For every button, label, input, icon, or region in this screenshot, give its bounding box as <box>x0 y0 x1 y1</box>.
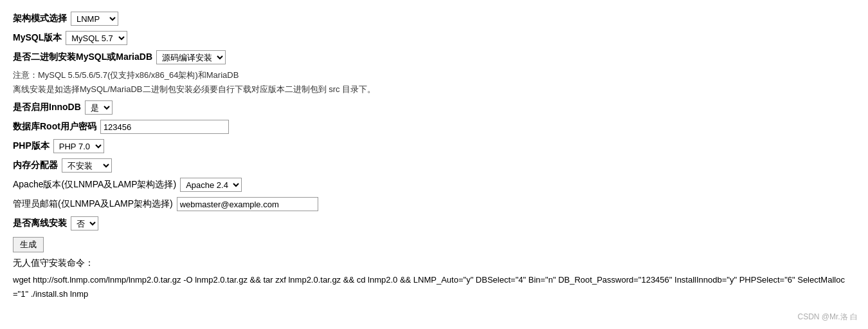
apache-select[interactable]: Apache 2.4 Apache 2.2 <box>180 178 242 192</box>
php-label: PHP版本 <box>13 140 50 152</box>
innodb-select[interactable]: 是 否 <box>85 100 113 115</box>
note2: 离线安装是如选择MySQL/MariaDB二进制包安装必须要自行下载对应版本二进… <box>13 84 855 95</box>
malloc-row: 内存分配器 不安装 jemalloc tcmalloc <box>13 158 855 173</box>
apache-row: Apache版本(仅LNMPA及LAMP架构选择) Apache 2.4 Apa… <box>13 178 855 192</box>
malloc-select[interactable]: 不安装 jemalloc tcmalloc <box>62 158 112 173</box>
malloc-label: 内存分配器 <box>13 160 58 171</box>
php-row: PHP版本 PHP 7.0 PHP 5.6 PHP 7.1 PHP 7.2 PH… <box>13 139 855 153</box>
mysql-row: MySQL版本 MySQL 5.7 MySQL 5.6 MySQL 5.5 My… <box>13 31 855 45</box>
admin-email-row: 管理员邮箱(仅LNMPA及LAMP架构选择) <box>13 197 855 211</box>
root-password-input[interactable] <box>100 120 229 134</box>
binary-select[interactable]: 源码编译安装 二进制安装 <box>156 50 226 64</box>
offline-select[interactable]: 否 是 <box>71 216 98 230</box>
offline-label: 是否离线安装 <box>13 218 67 229</box>
binary-label: 是否二进制安装MySQL或MariaDB <box>13 52 152 63</box>
php-select[interactable]: PHP 7.0 PHP 5.6 PHP 7.1 PHP 7.2 PHP 7.3 <box>53 139 104 153</box>
generate-button[interactable]: 生成 <box>13 237 44 252</box>
offline-row: 是否离线安装 否 是 <box>13 216 855 230</box>
binary-row: 是否二进制安装MySQL或MariaDB 源码编译安装 二进制安装 <box>13 50 855 64</box>
cmd-label: 无人值守安装命令： <box>13 258 855 269</box>
mysql-select[interactable]: MySQL 5.7 MySQL 5.6 MySQL 5.5 MySQL 8.0 <box>66 31 127 45</box>
innodb-row: 是否启用InnoDB 是 否 <box>13 100 855 115</box>
watermark: CSDN @Mr.洛 白 <box>797 312 858 323</box>
cmd-block: wget http://soft.lnmp.com/lnmp/lnmp2.0.t… <box>13 273 855 301</box>
root-password-label: 数据库Root用户密码 <box>13 121 96 133</box>
innodb-label: 是否启用InnoDB <box>13 102 81 113</box>
admin-email-input[interactable] <box>177 197 318 211</box>
architecture-select[interactable]: LNMP LAMP LNMPA LNMT <box>71 12 118 26</box>
root-password-row: 数据库Root用户密码 <box>13 120 855 134</box>
note1: 注意：MySQL 5.5/5.6/5.7(仅支持x86/x86_64架构)和Ma… <box>13 70 855 81</box>
mysql-label: MySQL版本 <box>13 32 62 44</box>
architecture-label: 架构模式选择 <box>13 13 67 24</box>
architecture-row: 架构模式选择 LNMP LAMP LNMPA LNMT <box>13 12 855 26</box>
admin-email-label: 管理员邮箱(仅LNMPA及LAMP架构选择) <box>13 198 173 210</box>
apache-label: Apache版本(仅LNMPA及LAMP架构选择) <box>13 179 176 191</box>
